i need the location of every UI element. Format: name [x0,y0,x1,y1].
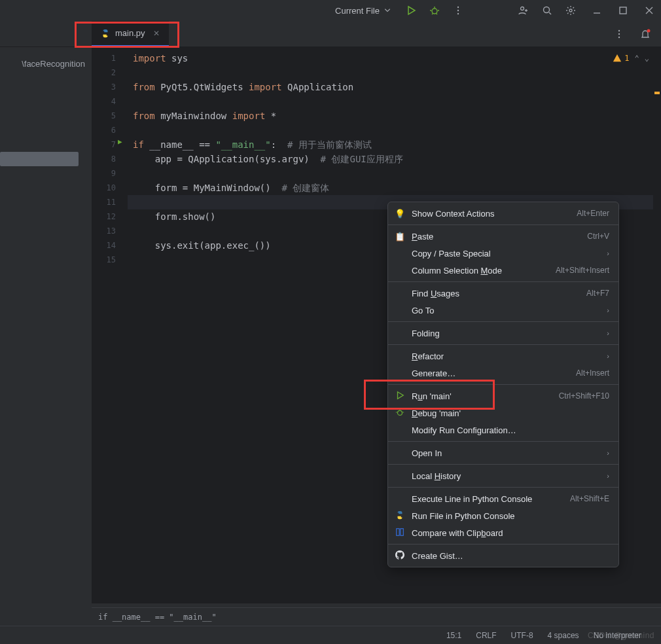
tab-filename: main.py [115,28,145,38]
svg-point-2 [457,10,459,11]
more-button[interactable] [452,4,465,17]
scroll-warning-marker[interactable] [654,92,660,94]
project-path: \faceRecognition [0,59,92,69]
breadcrumb-bar[interactable]: if __name__ == "__main__" [92,607,661,626]
menu-goto[interactable]: Go To› [388,302,618,319]
menu-execute-line-console[interactable]: Execute Line in Python ConsoleAlt+Shift+… [388,490,618,507]
search-everywhere-icon[interactable] [541,4,554,17]
line-gutter: 1 2 3 4 5 6 7 8 9 10 11 12 13 14 15 ▶ [92,47,128,603]
svg-rect-13 [397,528,399,535]
run-button[interactable] [404,4,418,17]
status-bar: 15:1 CRLF UTF-8 4 spaces No interpreter [0,626,661,644]
run-icon [395,391,405,402]
notifications-icon[interactable] [639,27,652,41]
settings-icon[interactable] [564,4,577,17]
svg-point-0 [432,9,437,14]
window-maximize[interactable] [616,4,630,17]
menu-create-gist[interactable]: Create Gist… [388,547,618,564]
file-tab-main[interactable]: main.py ✕ [92,21,169,46]
svg-point-10 [618,36,620,37]
menu-open-in[interactable]: Open In› [388,444,618,461]
status-line-sep[interactable]: CRLF [476,631,496,640]
watermark: CSDN @gonmind [588,631,654,640]
menu-run-main[interactable]: Run 'main' Ctrl+Shift+F10 [388,387,618,404]
svg-point-1 [457,7,459,8]
editor-more-icon[interactable] [613,27,626,41]
menu-local-history[interactable]: Local History › [388,467,618,484]
run-config-selector[interactable]: Current File [330,3,397,18]
menu-copy-paste-special[interactable]: Copy / Paste Special› [388,245,618,262]
run-config-label: Current File [335,6,380,16]
svg-point-3 [457,13,459,14]
menu-compare-clipboard[interactable]: Compare with Clipboard [388,524,618,541]
svg-point-4 [521,7,524,10]
svg-point-8 [618,29,620,31]
status-caret-pos[interactable]: 15:1 [446,631,461,640]
window-close[interactable] [643,4,656,17]
menu-modify-run-config[interactable]: Modify Run Configuration… [388,421,618,438]
gutter-run-icon[interactable]: ▶ [118,137,122,146]
editor-context-menu: 💡 Show Context Actions Alt+Enter 📋 Paste… [387,202,619,567]
svg-point-12 [398,410,402,415]
clipboard-icon: 📋 [395,232,405,241]
menu-column-selection[interactable]: Column Selection Mode Alt+Shift+Insert [388,262,618,279]
status-indent[interactable]: 4 spaces [548,631,579,640]
svg-point-9 [618,33,620,34]
svg-rect-7 [620,7,626,14]
menu-generate[interactable]: Generate…Alt+Insert [388,365,618,382]
python-file-icon [101,29,110,38]
debug-button[interactable] [428,4,441,17]
menu-refactor[interactable]: Refactor › [388,348,618,365]
menu-debug-main[interactable]: Debug 'main' [388,404,618,421]
diff-icon [395,528,405,539]
window-minimize[interactable] [590,4,603,17]
menu-run-file-console[interactable]: Run File in Python Console [388,507,618,524]
close-tab-icon[interactable]: ✕ [153,29,160,38]
bulb-icon: 💡 [395,209,405,219]
debug-icon [395,408,405,419]
menu-folding[interactable]: Folding› [388,325,618,342]
chevron-down-icon [384,7,391,14]
svg-point-5 [544,7,550,13]
python-icon [395,510,405,522]
svg-point-6 [569,9,572,12]
github-icon [395,550,405,562]
status-encoding[interactable]: UTF-8 [511,631,533,640]
inspection-badge[interactable]: 1 ⌃ ⌄ [613,51,649,65]
svg-rect-14 [401,528,403,535]
project-tree-selection[interactable] [0,152,79,166]
menu-paste[interactable]: 📋 Paste Ctrl+V [388,228,618,245]
menu-show-context-actions[interactable]: 💡 Show Context Actions Alt+Enter [388,205,618,222]
menu-find-usages[interactable]: Find Usages Alt+F7 [388,285,618,302]
code-with-me-icon[interactable] [517,4,530,17]
svg-point-11 [647,29,651,32]
